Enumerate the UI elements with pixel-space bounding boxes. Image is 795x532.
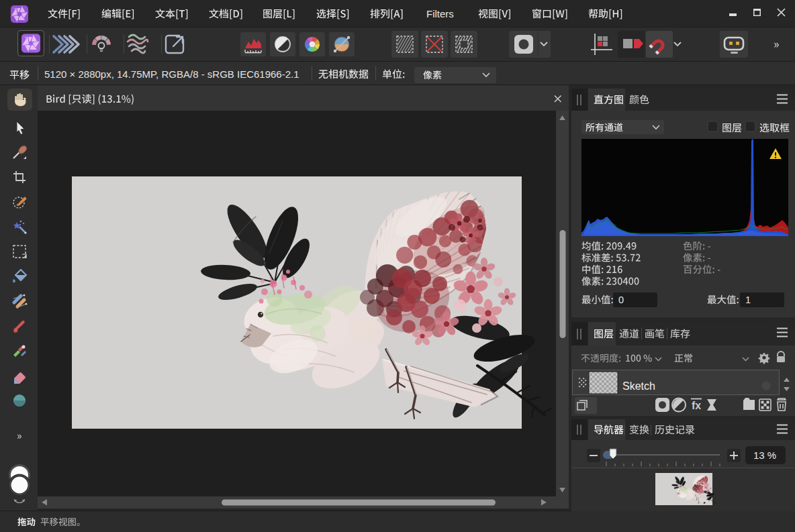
svg-text:fx: fx (692, 400, 701, 411)
svg-text:13 %: 13 % (753, 449, 776, 461)
svg-text:Sketch: Sketch (622, 380, 655, 392)
svg-text:0: 0 (618, 295, 624, 305)
svg-text:Filters: Filters (426, 8, 454, 19)
svg-text:5120 × 2880px, 14.75MP, RGBA/8: 5120 × 2880px, 14.75MP, RGBA/8 - sRGB IE… (44, 68, 299, 80)
svg-text:1: 1 (745, 295, 751, 305)
